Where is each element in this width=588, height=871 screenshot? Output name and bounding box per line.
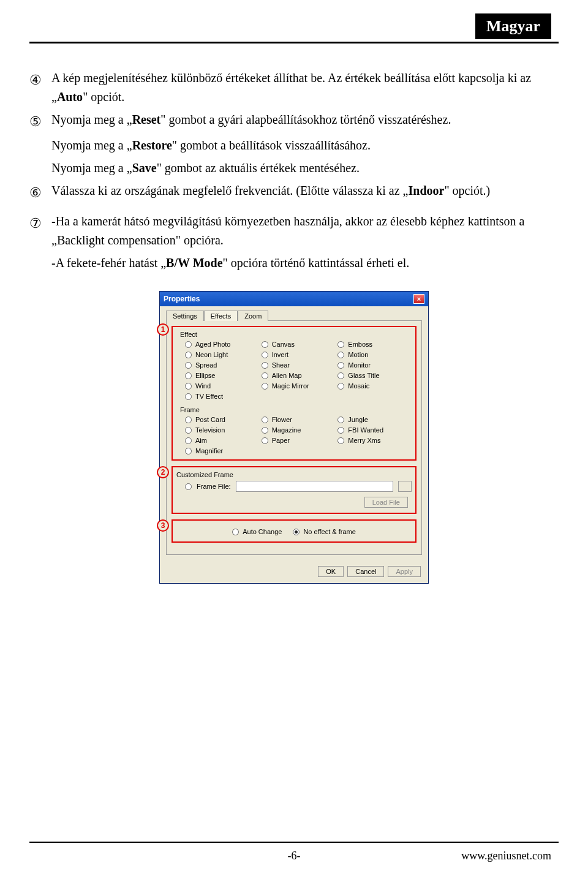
radio-icon	[262, 427, 268, 434]
option-label: Magic Mirror	[272, 382, 309, 390]
t: -A fekete-fehér hatást „	[51, 256, 166, 270]
option-label: Magnifier	[195, 447, 223, 454]
radio-option[interactable]: Monitor	[337, 361, 412, 369]
option-label: Canvas	[272, 341, 295, 348]
radio-option[interactable]: Canvas	[262, 341, 336, 348]
radio-option[interactable]: FBI Wanted	[337, 426, 412, 434]
t-bold: Reset	[132, 113, 161, 126]
option-label: Mosaic	[348, 382, 369, 390]
radio-option[interactable]: Motion	[337, 351, 412, 358]
marker-4: ④	[29, 69, 51, 91]
radio-option[interactable]: Alien Map	[262, 372, 336, 379]
radio-icon	[262, 437, 268, 444]
radio-option[interactable]: TV Effect	[185, 393, 259, 400]
radio-option[interactable]: Magazine	[262, 426, 336, 434]
radio-icon	[185, 352, 192, 358]
t: Nyomja meg a „	[51, 138, 132, 152]
tab-effects[interactable]: Effects	[204, 311, 238, 321]
auto-change-label: Auto Change	[243, 528, 282, 535]
radio-option[interactable]: Invert	[262, 351, 336, 358]
radio-option[interactable]: Glass Title	[337, 372, 412, 379]
option-label: FBI Wanted	[348, 426, 383, 434]
frame-file-radio[interactable]	[185, 483, 192, 490]
frame-file-input[interactable]	[236, 481, 393, 492]
window-title: Properties	[164, 295, 200, 303]
radio-icon	[337, 427, 344, 434]
body-content: ④ A kép megjelenítéséhez különböző érték…	[29, 69, 559, 584]
no-effect-label: No effect & frame	[303, 528, 355, 535]
radio-icon	[337, 362, 344, 369]
tab-zoom[interactable]: Zoom	[238, 311, 268, 321]
radio-option[interactable]: Merry Xms	[337, 437, 412, 444]
radio-icon	[185, 448, 192, 454]
marker-5: ⑤	[29, 110, 51, 132]
list-item-5: ⑤ Nyomja meg a „Reset" gombot a gyári al…	[29, 110, 559, 132]
t-bold: Restore	[132, 138, 172, 152]
radio-icon	[185, 362, 192, 369]
tab-panel: 1 Effect Aged PhotoCanvasEmbossNeon Ligh…	[166, 320, 422, 555]
radio-option[interactable]: Post Card	[185, 416, 259, 423]
t-bold: B/W Mode	[166, 256, 222, 270]
effect-label: Effect	[176, 331, 412, 338]
radio-option[interactable]: Ellipse	[185, 372, 259, 379]
titlebar: Properties ×	[160, 292, 428, 306]
text-4: A kép megjelenítéséhez különböző értékek…	[51, 69, 548, 107]
radio-icon	[337, 437, 344, 444]
t-bold: Save	[132, 161, 157, 175]
tab-settings[interactable]: Settings	[166, 311, 204, 321]
option-label: TV Effect	[195, 393, 223, 400]
radio-icon	[185, 437, 192, 444]
radio-option[interactable]: Flower	[262, 416, 336, 423]
browse-button[interactable]	[398, 481, 412, 492]
option-label: Emboss	[348, 341, 372, 348]
radio-icon	[232, 529, 239, 535]
t: " opciót.	[83, 90, 124, 104]
radio-option[interactable]: Spread	[185, 361, 259, 369]
radio-icon	[185, 427, 192, 434]
redbox-1: 1 Effect Aged PhotoCanvasEmbossNeon Ligh…	[172, 326, 417, 461]
no-effect-frame-option[interactable]: No effect & frame	[293, 528, 355, 535]
footer-rule	[29, 842, 559, 843]
load-file-button[interactable]: Load File	[364, 497, 408, 508]
radio-icon	[337, 417, 344, 423]
frame-label: Frame	[176, 406, 412, 413]
callout-3: 3	[157, 519, 169, 532]
radio-option[interactable]: Jungle	[337, 416, 412, 423]
text-5-sub2: Nyomja meg a „Save" gombot az aktuális é…	[29, 159, 548, 178]
text-5: Nyomja meg a „Reset" gombot a gyári alap…	[51, 110, 548, 129]
option-label: Post Card	[195, 416, 225, 423]
language-badge: Magyar	[475, 13, 551, 39]
option-label: Television	[195, 426, 225, 434]
close-icon[interactable]: ×	[413, 294, 424, 304]
radio-option[interactable]: Aged Photo	[185, 341, 259, 348]
radio-option[interactable]: Magic Mirror	[262, 382, 336, 390]
t: " opcióra történő kattintással érheti el…	[223, 256, 410, 270]
text-6: Válassza ki az országának megfelelő frek…	[51, 181, 548, 200]
t: " gombot a beállítások visszaállításához…	[172, 138, 371, 152]
option-label: Aged Photo	[195, 341, 231, 348]
text-7: -Ha a kamerát hátsó megvilágítású környe…	[51, 212, 548, 250]
radio-option[interactable]: Wind	[185, 382, 259, 390]
t: Válassza ki az országának megfelelő frek…	[51, 184, 408, 197]
apply-button[interactable]: Apply	[388, 566, 421, 577]
frame-file-row: Frame File:	[176, 481, 412, 492]
option-label: Paper	[272, 437, 290, 444]
radio-option[interactable]: Neon Light	[185, 351, 259, 358]
radio-icon	[337, 383, 344, 390]
ok-button[interactable]: OK	[318, 566, 344, 577]
radio-option[interactable]: Emboss	[337, 341, 412, 348]
t: Nyomja meg a „	[51, 161, 132, 175]
auto-change-option[interactable]: Auto Change	[232, 528, 282, 535]
radio-option[interactable]: Magnifier	[185, 447, 259, 454]
radio-option[interactable]: Shear	[262, 361, 336, 369]
redbox-3: 3 Auto Change No effect & frame	[172, 519, 417, 543]
radio-option[interactable]: Mosaic	[337, 382, 412, 390]
t: Nyomja meg a „	[51, 113, 132, 126]
redbox-2: 2 Customized Frame Frame File: Load File	[172, 466, 417, 514]
radio-icon	[337, 372, 344, 379]
cancel-button[interactable]: Cancel	[347, 566, 384, 577]
tabs-row: Settings Effects Zoom	[160, 306, 428, 320]
radio-option[interactable]: Aim	[185, 437, 259, 444]
radio-option[interactable]: Paper	[262, 437, 336, 444]
radio-option[interactable]: Television	[185, 426, 259, 434]
